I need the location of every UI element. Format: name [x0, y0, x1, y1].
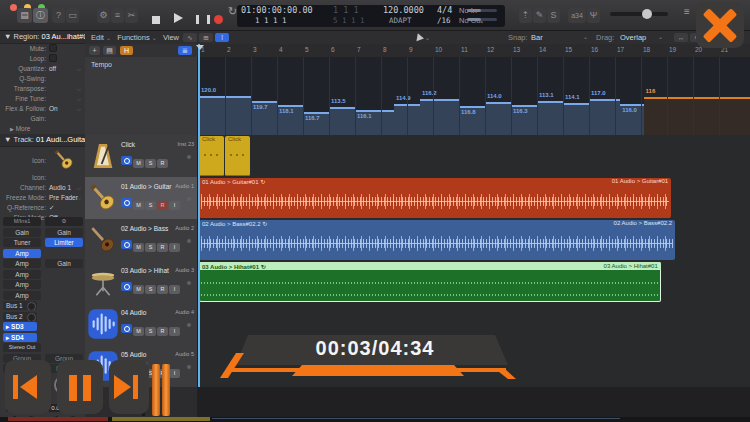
region-param-flex-follow[interactable]: Flex & Follow:On⌵: [0, 104, 85, 114]
region-param-fine-tune[interactable]: Fine Tune:⌵: [0, 94, 85, 104]
region-param-gain[interactable]: Gain:: [0, 114, 85, 124]
region-03-audio-hihat-01[interactable]: 03 Audio > Hihat#01 ↻03 Audio > Hihat#01: [199, 262, 661, 302]
track-header-02-audio-bass[interactable]: 02 Audio > BassMSRIAudio 2: [85, 219, 197, 262]
strip-setting-button[interactable]: Φ: [45, 217, 83, 226]
track-header-01-audio-guitar[interactable]: 01 Audio > GuitarMSRIAudio 1: [85, 177, 197, 220]
track-r-button[interactable]: R: [157, 327, 168, 336]
track-m-button[interactable]: M: [133, 201, 144, 210]
freeze-indicator[interactable]: [187, 365, 191, 369]
track-lane-1[interactable]: ClickClick: [197, 135, 750, 178]
track-r-button[interactable]: R: [157, 159, 168, 168]
stop-button[interactable]: [152, 10, 160, 28]
overlay-skip-forward-button[interactable]: [109, 360, 149, 414]
hide-tracks-button[interactable]: H: [120, 46, 133, 55]
marquee-tool-icon[interactable]: ⊞: [199, 33, 213, 42]
region-inspector-header[interactable]: ▼ Region: 03 Au...ihat#01: [0, 31, 85, 44]
track-i-button[interactable]: I: [169, 285, 180, 294]
region-01-audio-guitar-01[interactable]: 01 Audio > Guitar#01 ↻01 Audio > Guitar#…: [199, 178, 671, 218]
track-header-03-audio-hihat[interactable]: 03 Audio > HihatMSRIAudio 3: [85, 261, 197, 304]
count-in-icon[interactable]: ⇡: [519, 8, 532, 23]
overlay-skip-back-button[interactable]: [5, 360, 51, 414]
power-icon[interactable]: [121, 240, 132, 249]
tempo-segment[interactable]: [537, 101, 563, 137]
more-row[interactable]: ▶ More: [0, 124, 85, 134]
edit-menu[interactable]: Edit ⌄: [91, 33, 111, 42]
track-m-button[interactable]: M: [133, 327, 144, 336]
traffic-close-button[interactable]: [10, 4, 17, 11]
track-icon-row[interactable]: Icon:: [0, 147, 85, 173]
track-header-04-audio[interactable]: 04 AudioMSRIAudio 4: [85, 303, 197, 346]
flex-mode-icon[interactable]: ⊺: [215, 33, 229, 42]
track-i-button[interactable]: I: [169, 327, 180, 336]
track-type-button[interactable]: ▤: [103, 46, 116, 55]
track-i-button[interactable]: I: [169, 243, 180, 252]
play-button[interactable]: [174, 9, 183, 27]
solo-mode-icon[interactable]: S: [547, 8, 560, 23]
tempo-segment[interactable]: [485, 102, 511, 137]
track-param-q-reference[interactable]: Q-Reference:✓: [0, 203, 85, 213]
send-slot-sd4[interactable]: ▸ SD4: [3, 333, 37, 342]
lcd-display[interactable]: 01:00:00:00.00 1 1 1 1 1 1 1 5 1 1 1 120…: [237, 5, 505, 27]
track-s-button[interactable]: S: [145, 327, 156, 336]
track-r-button[interactable]: R: [157, 285, 168, 294]
inspector-icon[interactable]: ⓘ: [33, 8, 48, 23]
track-s-button[interactable]: S: [145, 159, 156, 168]
region-param-mute[interactable]: Mute:: [0, 44, 85, 54]
power-icon[interactable]: [121, 282, 132, 291]
track-lane-3[interactable]: 02 Audio > Bass#02.2 ↻02 Audio > Bass#02…: [197, 219, 750, 262]
scissors-icon[interactable]: ✂: [125, 8, 138, 23]
track-lane-4[interactable]: 03 Audio > Hihat#01 ↻03 Audio > Hihat#01: [197, 261, 750, 304]
track-inspector-header[interactable]: ▼ Track: 01 Audi...Guitar: [0, 134, 85, 147]
power-icon[interactable]: [121, 324, 132, 333]
checkbox[interactable]: [49, 54, 57, 62]
region-param-transpose[interactable]: Transpose:⌵: [0, 84, 85, 94]
plugin-slot-amp[interactable]: Amp: [3, 249, 41, 258]
track-s-button[interactable]: S: [145, 285, 156, 294]
overlay-close-button[interactable]: [696, 2, 744, 48]
track-s-button[interactable]: S: [145, 201, 156, 210]
quick-help-icon[interactable]: ?: [52, 8, 65, 23]
tuner-icon[interactable]: Ψ: [587, 8, 600, 23]
send-slot-bus-2[interactable]: Bus 2: [3, 312, 37, 321]
tempo-segment[interactable]: [329, 107, 355, 137]
track-i-button[interactable]: I: [169, 369, 180, 378]
list-editors-icon[interactable]: ≡: [684, 6, 690, 17]
plugin-slot-amp[interactable]: Amp: [3, 291, 41, 300]
varispeed-badge[interactable]: a34: [568, 8, 586, 23]
smart-controls-icon[interactable]: ⚙: [97, 8, 110, 23]
pencil-icon[interactable]: ✎: [533, 8, 546, 23]
output-slot[interactable]: Stereo Out: [3, 343, 41, 352]
track-m-button[interactable]: M: [133, 285, 144, 294]
plugin-slot-tuner[interactable]: Tuner: [3, 238, 41, 247]
freeze-indicator[interactable]: [187, 323, 191, 327]
snap-menu[interactable]: Bar: [531, 31, 543, 44]
bar-ruler[interactable]: 123456789101112131415161718192021: [197, 44, 750, 58]
track-param-icon[interactable]: Icon:: [0, 173, 85, 183]
strip-setting-button[interactable]: M/Ins1: [3, 217, 41, 226]
plugin-slot-gain[interactable]: Gain: [45, 228, 83, 237]
power-icon[interactable]: [121, 156, 132, 165]
freeze-indicator[interactable]: [187, 155, 191, 159]
checkbox[interactable]: [49, 44, 57, 52]
region-param-quantize[interactable]: Quantize:off⌵: [0, 64, 85, 74]
region-02-audio-bass-02-2[interactable]: 02 Audio > Bass#02.2 ↻02 Audio > Bass#02…: [199, 220, 675, 260]
mixer-icon[interactable]: ≡: [111, 8, 124, 23]
add-track-button[interactable]: +: [89, 46, 100, 55]
crossfade-tool-icon[interactable]: ∿: [183, 33, 197, 42]
pointer-tool-menu[interactable]: ⌄: [415, 31, 430, 45]
plugin-slot-amp[interactable]: Amp: [3, 280, 41, 289]
library-icon[interactable]: ▤: [17, 8, 32, 23]
track-r-button[interactable]: R: [157, 243, 168, 252]
functions-menu[interactable]: Functions ⌄: [117, 33, 157, 42]
tempo-tail-segment[interactable]: [644, 97, 750, 137]
tempo-segment[interactable]: [420, 99, 459, 137]
tempo-segment[interactable]: [563, 103, 589, 137]
plugin-slot-limiter[interactable]: Limiter: [45, 238, 83, 247]
drag-menu[interactable]: Overlap: [620, 31, 646, 44]
record-button[interactable]: [214, 10, 223, 28]
plugin-slot-gain[interactable]: Gain: [45, 259, 83, 268]
overlay-pause-button[interactable]: [57, 360, 103, 414]
track-m-button[interactable]: M: [133, 243, 144, 252]
region-click[interactable]: Click: [225, 136, 250, 176]
send-slot-bus-1[interactable]: Bus 1: [3, 301, 37, 310]
